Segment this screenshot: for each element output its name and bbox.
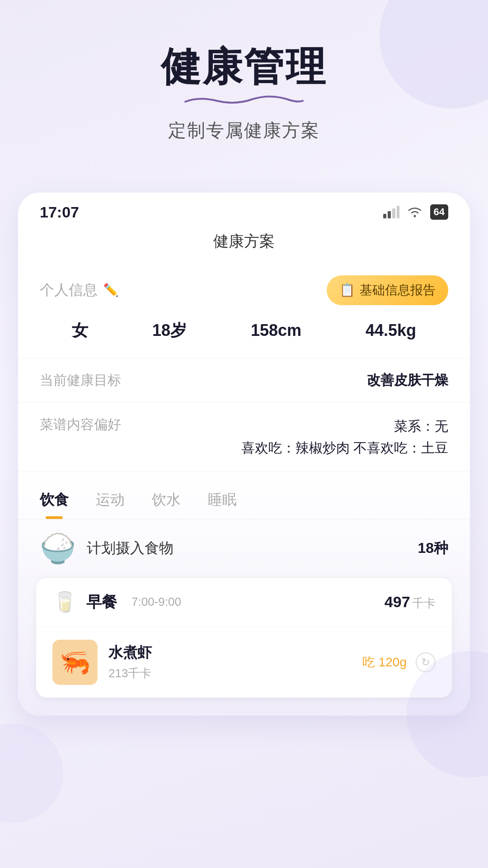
svg-rect-2	[392, 208, 395, 218]
hero-section: 健康管理 定制专属健康方案	[0, 0, 488, 170]
food-plan-label: 计划摄入食物	[87, 538, 174, 558]
food-plan-left: 🍚 计划摄入食物	[40, 534, 174, 563]
cuisine-line: 菜系：无	[241, 415, 448, 437]
report-badge-label: 基础信息报告	[360, 282, 436, 299]
hero-subtitle: 定制专属健康方案	[27, 118, 461, 143]
report-icon: 📋	[339, 283, 355, 297]
svg-point-4	[413, 215, 416, 217]
food-item-right: 吃 120g ↻	[362, 652, 436, 672]
food-plan-row: 🍚 计划摄入食物 18种	[18, 519, 470, 578]
meal-calories: 497	[385, 593, 410, 610]
meal-header-left: 🥛 早餐 7:00-9:00	[52, 590, 181, 614]
food-item-name: 水煮虾	[108, 643, 152, 663]
like-line: 喜欢吃：辣椒炒肉 不喜欢吃：土豆	[241, 437, 448, 459]
svg-rect-0	[383, 214, 386, 218]
health-goal-row: 当前健康目标 改善皮肤干燥	[18, 359, 470, 403]
status-icons: 64	[383, 204, 448, 220]
signal-icon	[383, 206, 399, 218]
app-title: 健康管理	[27, 45, 461, 89]
bottom-padding	[18, 698, 470, 716]
page-title: 健康方案	[18, 226, 470, 263]
breakfast-card: 🥛 早餐 7:00-9:00 497 千卡 🦐 水煮虾 213千卡	[36, 578, 452, 698]
personal-stats: 女 18岁 158cm 44.5kg	[40, 316, 448, 345]
stat-height: 158cm	[251, 321, 301, 340]
status-bar: 17:07 64	[18, 193, 470, 226]
tabs-bar: 饮食 运动 饮水 睡眠	[18, 481, 470, 519]
meal-time: 7:00-9:00	[131, 595, 181, 609]
recipe-preference-row: 菜谱内容偏好 菜系：无 喜欢吃：辣椒炒肉 不喜欢吃：土豆	[18, 403, 470, 472]
stat-age: 18岁	[152, 320, 187, 342]
health-goal-value: 改善皮肤干燥	[367, 371, 448, 390]
status-time: 17:07	[40, 203, 79, 221]
bg-circle-bottom-left	[0, 723, 63, 823]
svg-rect-1	[388, 211, 391, 218]
meal-calories-unit: 千卡	[412, 596, 436, 610]
plan-section: 饮食 运动 饮水 睡眠 🍚 计划摄入食物 18种 🥛 早餐 7:00-9:00	[18, 472, 470, 716]
personal-info-section: 个人信息 ✏️ 📋 基础信息报告 女 18岁 158cm 44.5kg	[18, 263, 470, 359]
battery-icon: 64	[430, 204, 448, 220]
stat-weight: 44.5kg	[366, 321, 416, 340]
food-item-left: 🦐 水煮虾 213千卡	[52, 640, 152, 685]
food-plan-value: 18种	[418, 538, 448, 558]
food-item-row: 🦐 水煮虾 213千卡 吃 120g ↻	[36, 627, 452, 698]
wifi-icon	[407, 206, 423, 218]
edit-icon[interactable]: ✏️	[103, 283, 119, 297]
main-card: 17:07 64 健康方案	[18, 193, 470, 716]
tab-sleep[interactable]: 睡眠	[208, 490, 237, 519]
food-item-cal: 213千卡	[108, 665, 152, 681]
title-underline	[181, 93, 307, 107]
meal-header: 🥛 早餐 7:00-9:00 497 千卡	[36, 578, 452, 627]
stat-gender: 女	[72, 320, 88, 342]
health-goal-label: 当前健康目标	[40, 371, 121, 390]
svg-rect-3	[397, 206, 399, 218]
tab-diet[interactable]: 饮食	[40, 490, 69, 519]
personal-info-header: 个人信息 ✏️ 📋 基础信息报告	[40, 275, 448, 305]
recipe-preference-value: 菜系：无 喜欢吃：辣椒炒肉 不喜欢吃：土豆	[241, 415, 448, 459]
meal-calories-container: 497 千卡	[385, 593, 436, 611]
tab-water[interactable]: 饮水	[152, 490, 181, 519]
food-plan-icon: 🍚	[40, 534, 76, 563]
food-item-image: 🦐	[52, 640, 98, 685]
tab-exercise[interactable]: 运动	[96, 490, 125, 519]
food-item-amount: 吃 120g	[362, 654, 407, 671]
personal-info-label: 个人信息 ✏️	[40, 280, 119, 300]
meal-name: 早餐	[86, 592, 117, 613]
recipe-preference-label: 菜谱内容偏好	[40, 415, 121, 434]
report-badge-button[interactable]: 📋 基础信息报告	[327, 275, 448, 305]
breakfast-icon: 🥛	[52, 590, 77, 614]
refresh-icon[interactable]: ↻	[416, 652, 436, 672]
food-item-info: 水煮虾 213千卡	[108, 643, 152, 681]
